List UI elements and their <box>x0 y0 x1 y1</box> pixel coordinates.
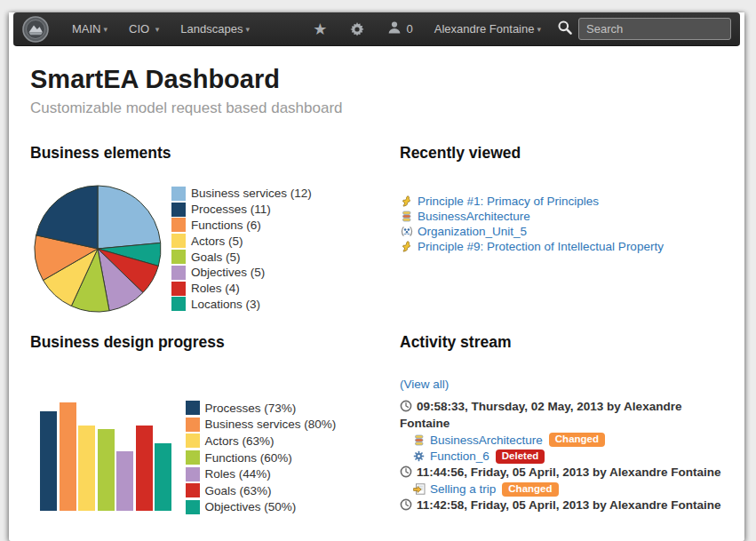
recently-viewed-link[interactable]: Principle #9: Protection of Intellectual… <box>418 240 664 253</box>
legend-swatch <box>186 401 200 415</box>
process-icon <box>412 483 426 495</box>
legend-swatch <box>171 218 186 232</box>
legend-item: Roles (4) <box>171 281 312 297</box>
legend-item: Goals (63%) <box>186 482 337 499</box>
search-group <box>557 18 731 40</box>
legend-label: Goals (63%) <box>205 484 272 497</box>
legend-item: Roles (44%) <box>186 465 337 482</box>
legend-label: Locations (3) <box>191 298 260 311</box>
activity-item-link[interactable]: Function_6 <box>430 450 489 463</box>
pie-legend: Business services (12)Processes (11)Func… <box>171 186 312 312</box>
menu-cio-label: CIO <box>129 22 149 36</box>
legend-label: Roles (4) <box>191 282 240 295</box>
recently-viewed-link[interactable]: Principle #1: Primacy of Principles <box>418 195 599 208</box>
menu-cio[interactable]: CIO ▾ <box>118 22 170 36</box>
timestamp-text: 09:58:33, Thursday, 02 May, 2013 by Alex… <box>400 400 681 430</box>
pie-chart <box>33 184 163 314</box>
activity-item-link[interactable]: BusinessArchitecture <box>430 434 543 447</box>
search-input[interactable] <box>578 18 731 40</box>
gear-icon[interactable] <box>350 22 364 36</box>
bar-goals <box>136 426 153 511</box>
legend-item: Goals (5) <box>171 249 312 265</box>
user-menu[interactable]: Alexandre Fontaine▾ <box>434 22 541 36</box>
activity-entry-timestamp: 11:42:58, Friday, 05 April, 2013 by Alex… <box>400 497 727 514</box>
top-navbar: MAIN▾ CIO ▾ Landscapes▾ ★ 0 Alex <box>13 12 740 46</box>
legend-swatch <box>171 266 186 280</box>
bar-roles <box>116 451 133 511</box>
bar-objectives <box>155 443 171 512</box>
legend-label: Actors (5) <box>191 235 243 248</box>
legend-item: Objectives (50%) <box>186 499 337 516</box>
timestamp-text: 11:44:56, Friday, 05 April, 2013 by Alex… <box>417 465 720 479</box>
clock-icon <box>400 400 417 413</box>
status-badge: Changed <box>502 482 558 497</box>
page-sheet: MAIN▾ CIO ▾ Landscapes▾ ★ 0 Alex <box>9 12 744 541</box>
chevron-down-icon: ▾ <box>155 25 160 34</box>
panel-title: Recently viewed <box>400 144 732 163</box>
dashboard-content: SmartEA Dashboard Customizable model req… <box>9 65 744 514</box>
panel-business-design-progress: Business design progress Processes (73%)… <box>30 333 400 514</box>
principle-icon <box>400 195 413 207</box>
bar-processes <box>40 411 57 511</box>
legend-label: Business services (12) <box>191 187 312 200</box>
legend-label: Functions (6) <box>191 219 261 232</box>
legend-item: Actors (63%) <box>186 433 337 450</box>
panel-business-elements: Business elements Business services (12)… <box>30 144 400 314</box>
legend-swatch <box>186 500 200 514</box>
legend-item: Objectives (5) <box>171 265 312 281</box>
star-icon[interactable]: ★ <box>313 21 327 37</box>
function-icon <box>412 450 426 462</box>
activity-item: Function_6Deleted <box>412 449 727 465</box>
legend-swatch <box>186 418 200 432</box>
legend-item: Processes (11) <box>171 202 312 218</box>
legend-label: Processes (11) <box>191 203 271 216</box>
menu-main-label: MAIN <box>72 22 101 36</box>
legend-item: Business services (80%) <box>186 417 337 434</box>
recently-viewed-link[interactable]: Organization_Unit_5 <box>418 225 527 238</box>
timestamp-text: 11:42:58, Friday, 05 April, 2013 by Alex… <box>417 498 720 512</box>
legend-swatch <box>171 297 186 311</box>
activity-item: Selling a tripChanged <box>412 481 727 498</box>
legend-swatch <box>186 467 200 481</box>
legend-swatch <box>186 450 200 465</box>
user-count: 0 <box>406 22 412 36</box>
menu-main[interactable]: MAIN▾ <box>61 22 118 36</box>
bar-legend: Processes (73%)Business services (80%)Ac… <box>186 400 337 515</box>
legend-swatch <box>186 483 200 497</box>
activity-stream-list: 09:58:33, Thursday, 02 May, 2013 by Alex… <box>400 399 732 514</box>
panel-title: Activity stream <box>400 333 732 352</box>
layers-icon <box>400 211 413 222</box>
pie-chart-block: Business services (12)Processes (11)Func… <box>30 184 400 314</box>
user-count-group[interactable]: 0 <box>387 20 412 37</box>
page-title: SmartEA Dashboard <box>30 65 732 94</box>
panel-title: Business design progress <box>30 333 400 352</box>
search-icon[interactable] <box>557 20 573 38</box>
user-icon <box>387 20 402 37</box>
legend-swatch <box>171 250 186 264</box>
status-badge: Changed <box>549 433 605 447</box>
bar-functions <box>98 429 115 511</box>
legend-label: Business services (80%) <box>205 418 337 431</box>
app-logo-icon[interactable] <box>22 16 49 43</box>
legend-item: Functions (60%) <box>186 450 337 466</box>
panel-recently-viewed: Recently viewed Principle #1: Primacy of… <box>400 144 732 314</box>
bar-business-services <box>60 402 76 511</box>
activity-item-link[interactable]: Selling a trip <box>430 482 496 496</box>
legend-label: Objectives (50%) <box>205 500 297 513</box>
legend-swatch <box>171 187 186 201</box>
layers-icon <box>412 434 426 446</box>
recently-viewed-link[interactable]: BusinessArchitecture <box>418 210 530 223</box>
activity-entry-timestamp: 11:44:56, Friday, 05 April, 2013 by Alex… <box>400 465 727 481</box>
status-badge: Deleted <box>496 450 545 464</box>
menu-landscapes[interactable]: Landscapes▾ <box>170 22 260 36</box>
activity-item: BusinessArchitectureChanged <box>412 432 727 449</box>
page-subtitle: Customizable model request based dashboa… <box>30 99 732 117</box>
legend-item: Functions (6) <box>171 218 312 234</box>
navbar-right-group: ★ 0 Alexandre Fontaine▾ <box>290 18 731 40</box>
bar-chart-block: Processes (73%)Business services (80%)Ac… <box>30 398 400 511</box>
view-all-link[interactable]: (View all) <box>400 378 449 391</box>
bar-chart <box>40 400 174 511</box>
legend-item: Business services (12) <box>171 186 312 202</box>
clock-icon <box>400 465 417 479</box>
panel-activity-stream: Activity stream (View all) 09:58:33, Thu… <box>400 333 732 514</box>
